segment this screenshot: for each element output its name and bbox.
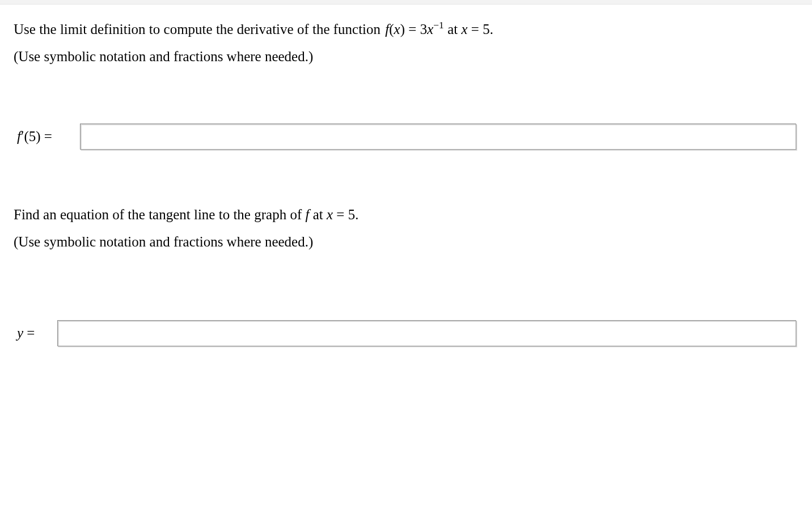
answer1-label: f′(5) =: [14, 129, 67, 144]
q2-eq: = 5.: [333, 207, 358, 222]
q1-x-var: x: [394, 22, 400, 37]
answer1-f: f: [17, 129, 21, 144]
answer1-input-wrap[interactable]: [80, 124, 796, 150]
q1-paren-close: ): [400, 22, 405, 37]
q1-x-base: x: [427, 22, 433, 37]
q2-text-before: Find an equation of the tangent line to …: [14, 207, 305, 222]
answer1-input[interactable]: [82, 126, 794, 147]
q1-text-before: Use the limit definition to compute the …: [14, 22, 384, 37]
q1-exponent: −1: [433, 19, 444, 31]
q1-paren-open: (: [389, 22, 394, 37]
q1-text-after-exp: at: [444, 22, 462, 37]
question-content: Use the limit definition to compute the …: [0, 5, 812, 346]
question2-hint: (Use symbolic notation and fractions whe…: [14, 231, 798, 253]
answer2-row: y =: [14, 320, 798, 346]
answer2-eq: =: [23, 325, 35, 341]
answer2-label: y =: [14, 325, 45, 341]
answer1-row: f′(5) =: [14, 124, 798, 150]
answer1-paren: (5) =: [24, 129, 52, 144]
question1-line1: Use the limit definition to compute the …: [14, 18, 798, 40]
answer2-input[interactable]: [60, 322, 794, 344]
question2-line1: Find an equation of the tangent line to …: [14, 204, 798, 226]
top-border-bar: [0, 0, 812, 5]
q2-text-after: at: [309, 207, 327, 222]
q2-x: x: [327, 207, 333, 222]
answer2-y: y: [17, 325, 23, 341]
question1-hint: (Use symbolic notation and fractions whe…: [14, 46, 798, 67]
q1-eq2: = 5.: [468, 22, 493, 37]
q1-x-at: x: [461, 22, 467, 37]
q1-eq1: = 3: [405, 22, 427, 37]
answer2-input-wrap[interactable]: [57, 320, 796, 346]
